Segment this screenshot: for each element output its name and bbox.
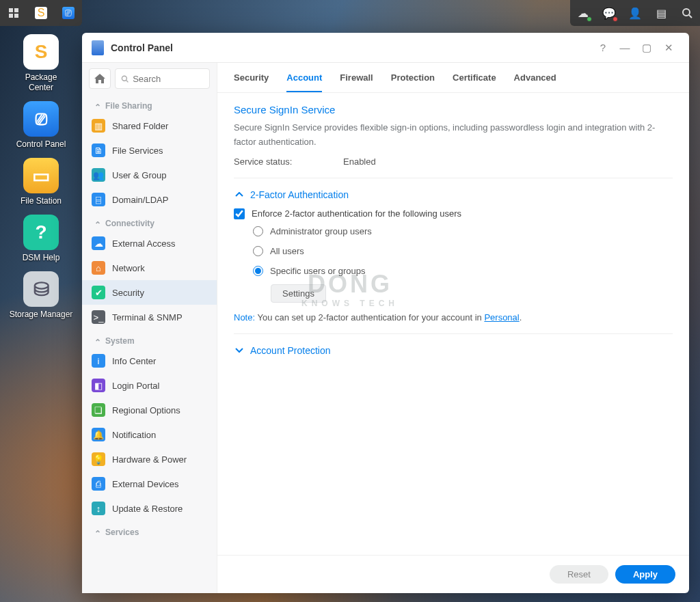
enforce-checkbox-row[interactable]: Enforce 2-factor authentication for the … <box>234 208 673 219</box>
footer: Reset Apply <box>217 555 689 593</box>
sidebar-item-label: User & Group <box>112 170 166 180</box>
window-app-icon <box>92 40 104 55</box>
sidebar-group-header[interactable]: Connectivity <box>82 212 217 231</box>
close-button[interactable]: ✕ <box>658 37 679 59</box>
window-titlebar: Control Panel ? — ▢ ✕ <box>82 33 689 63</box>
sidebar-item[interactable]: >_Terminal & SNMP <box>82 305 217 329</box>
sidebar-item[interactable]: ❏Regional Options <box>82 398 217 422</box>
sidebar-item[interactable]: ▥Shared Folder <box>82 113 217 138</box>
status-label: Service status: <box>234 156 343 167</box>
sidebar-item[interactable]: ↕Update & Restore <box>82 496 217 521</box>
maximize-button[interactable]: ▢ <box>636 37 658 59</box>
sidebar-item-icon: ☁ <box>92 236 105 250</box>
sidebar-group-header[interactable]: Services <box>82 521 217 540</box>
sidebar-item-label: Security <box>112 288 144 298</box>
svg-rect-3 <box>14 14 18 18</box>
sidebar-search[interactable] <box>115 68 210 89</box>
search-icon[interactable] <box>674 0 700 26</box>
twofa-section-toggle[interactable]: 2-Factor Authentication <box>234 189 673 200</box>
sidebar-item-icon: ↕ <box>92 502 105 515</box>
tab[interactable]: Advanced <box>514 72 556 92</box>
sidebar-item-label: Shared Folder <box>112 121 168 131</box>
cloud-status-icon[interactable]: ☁ <box>570 0 596 26</box>
desktop-app-icon: ⎚ <box>23 101 59 137</box>
account-protection-toggle[interactable]: Account Protection <box>234 345 673 356</box>
section-description: Secure SignIn Service provides flexible … <box>234 121 673 150</box>
sidebar-group-header[interactable]: System <box>82 329 217 348</box>
sidebar-item[interactable]: iInfo Center <box>82 348 217 373</box>
search-input[interactable] <box>133 74 204 84</box>
desktop-app[interactable]: SPackage Center <box>3 34 79 93</box>
desktop-app-label: Storage Manager <box>10 310 73 320</box>
enforce-checkbox[interactable] <box>234 208 245 219</box>
sidebar-item[interactable]: ☁External Access <box>82 231 217 256</box>
desktop-app[interactable]: ⎚Control Panel <box>3 101 79 150</box>
desktop-app-label: Package Center <box>25 72 57 93</box>
sidebar-item[interactable]: ✔Security <box>82 280 217 305</box>
sidebar-item-label: Terminal & SNMP <box>112 312 183 323</box>
sidebar-item-label: Info Center <box>112 356 156 366</box>
status-value: Enabled <box>343 156 376 167</box>
taskbar-app-1[interactable]: S <box>27 0 55 26</box>
reset-button[interactable]: Reset <box>550 565 608 584</box>
apply-button[interactable]: Apply <box>615 565 675 584</box>
sidebar-item-label: Login Portal <box>112 381 159 391</box>
sidebar-item-icon: ▥ <box>92 119 105 133</box>
chevron-up-icon <box>234 189 245 200</box>
tab[interactable]: Security <box>234 72 269 92</box>
account-protection-title: Account Protection <box>250 345 331 356</box>
widgets-icon[interactable]: ▤ <box>648 0 674 26</box>
svg-rect-2 <box>9 14 13 18</box>
sidebar-item-label: Network <box>112 263 145 273</box>
control-panel-window: Control Panel ? — ▢ ✕ File Sharing▥Share… <box>82 33 689 593</box>
svg-point-4 <box>683 9 690 16</box>
radio-all-row[interactable]: All users <box>253 246 673 256</box>
tab[interactable]: Account <box>286 72 322 92</box>
svg-rect-1 <box>14 8 18 12</box>
tab[interactable]: Protection <box>391 72 435 92</box>
sidebar-item[interactable]: ⌂Network <box>82 256 217 280</box>
radio-all[interactable] <box>253 246 263 256</box>
sidebar-item[interactable]: 🔔Notification <box>82 422 217 447</box>
window-title: Control Panel <box>111 42 592 53</box>
settings-button[interactable]: Settings <box>271 284 326 303</box>
tab[interactable]: Certificate <box>453 72 496 92</box>
sidebar-item[interactable]: ⎙External Devices <box>82 471 217 496</box>
tab[interactable]: Firewall <box>340 72 373 92</box>
sidebar-item-icon: 👥 <box>92 168 105 182</box>
note-text: You can set up 2-factor authentication f… <box>255 312 484 323</box>
sidebar-item[interactable]: 💡Hardware & Power <box>82 447 217 471</box>
svg-point-6 <box>122 76 126 81</box>
sidebar-item-label: Notification <box>112 430 156 440</box>
radio-admin-row[interactable]: Administrator group users <box>253 226 673 236</box>
sidebar-item[interactable]: ◧Login Portal <box>82 373 217 398</box>
sidebar-group-header[interactable]: File Sharing <box>82 94 217 113</box>
sidebar-item-icon: ❏ <box>92 403 105 417</box>
desktop-app[interactable]: ?DSM Help <box>3 215 79 263</box>
tabs: SecurityAccountFirewallProtectionCertifi… <box>217 63 689 93</box>
sidebar-item-label: File Services <box>112 146 163 156</box>
chat-icon[interactable]: 💬 <box>596 0 622 26</box>
sidebar-item[interactable]: ⌸Domain/LDAP <box>82 187 217 212</box>
taskbar-app-2[interactable]: ⎚ <box>55 0 82 26</box>
radio-specific-row[interactable]: Specific users or groups <box>253 266 673 276</box>
desktop-app-label: DSM Help <box>23 253 60 263</box>
radio-admin[interactable] <box>253 226 263 236</box>
sidebar-item-label: Hardware & Power <box>112 454 187 465</box>
sidebar-item-icon: ⌂ <box>92 261 105 275</box>
sidebar-item[interactable]: 👥User & Group <box>82 163 217 187</box>
user-icon[interactable]: 👤 <box>622 0 648 26</box>
content-area: Secure SignIn Service Secure SignIn Serv… <box>217 93 689 555</box>
sidebar-item-icon: ✔ <box>92 286 105 299</box>
sidebar-item-label: External Access <box>112 238 176 249</box>
desktop-app[interactable]: ⛁Storage Manager <box>3 271 79 320</box>
sidebar-item-icon: ◧ <box>92 379 105 392</box>
home-button[interactable] <box>89 68 111 89</box>
apps-grid-icon[interactable] <box>0 0 27 26</box>
personal-link[interactable]: Personal <box>484 312 519 323</box>
help-button[interactable]: ? <box>592 37 614 59</box>
sidebar-item[interactable]: 🗎File Services <box>82 138 217 163</box>
desktop-app[interactable]: ▭File Station <box>3 158 79 206</box>
minimize-button[interactable]: — <box>614 37 636 59</box>
radio-specific[interactable] <box>253 266 263 276</box>
